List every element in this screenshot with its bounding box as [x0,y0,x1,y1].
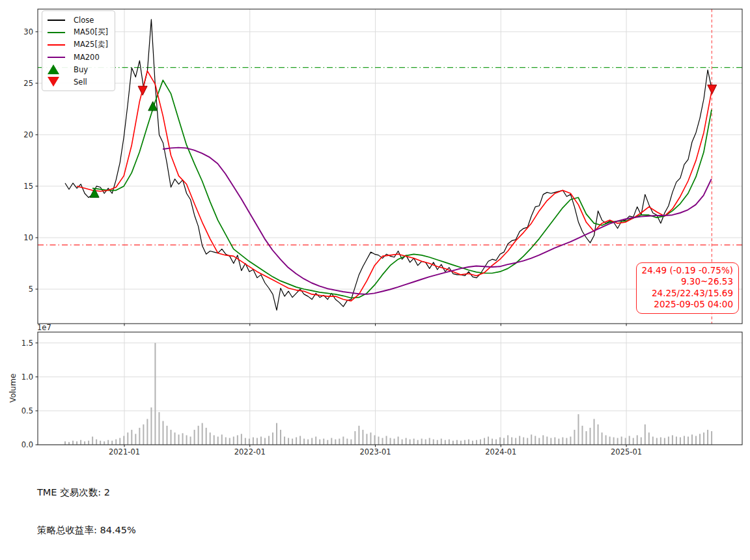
volume-bar [531,434,532,445]
volume-bar [425,440,426,445]
ma200-line-swatch [48,57,70,58]
legend-item-buy: Buy [48,63,108,76]
volume-bar [166,426,167,445]
volume-bar [495,440,497,445]
volume-bar [194,430,195,445]
volume-bar [464,440,465,445]
volume-bar [437,440,438,445]
volume-bar [652,436,654,445]
volume-bar [562,438,563,445]
volume-bar [688,436,689,445]
volume-bar [499,438,501,445]
volume-bar [645,425,646,445]
y-tick-label: 25 [23,79,33,88]
volume-bar [406,438,407,445]
legend-label-sell: Sell [74,77,87,87]
volume-bar [492,439,493,445]
volume-bar [456,440,458,445]
x-tick-label: 2025-01 [611,447,642,456]
volume-bar [342,436,344,445]
volume-scale-label: 1e7 [37,323,51,332]
volume-bar [268,436,270,445]
volume-bar [131,430,132,445]
volume-bar [488,436,489,445]
last-quote-annotation: 24.49 (-0.19 -0.75%) 9.30~26.53 24.25/22… [636,262,739,314]
volume-bar [358,426,359,445]
volume-bar [88,441,89,445]
legend-label-ma200: MA200 [74,53,100,62]
volume-bar [311,438,312,445]
x-tick-label: 2023-01 [360,447,391,456]
volume-bar [570,436,571,445]
y-tick-label: 30 [23,27,33,36]
volume-bar [691,434,693,445]
volume-bar [253,438,254,445]
stats-strategy-return: 策略总收益率: 84.45% [37,524,349,537]
volume-bar [146,419,148,445]
volume-bar [656,438,658,445]
volume-bar [378,436,380,445]
volume-bar [237,435,238,445]
volume-bar [374,435,375,445]
volume-bar [484,438,485,445]
volume-bar [668,436,669,445]
volume-bar [362,430,363,445]
volume-bar [598,425,599,445]
volume-bar [594,419,595,445]
volume-bar [64,441,66,445]
volume-bar [210,432,211,445]
legend-item-ma50: MA50[买] [48,26,108,38]
volume-bar [680,438,681,445]
volume-bar [233,436,234,445]
volume-bar [174,432,176,445]
volume-bar [542,435,544,445]
volume-bar [421,439,423,445]
volume-bar [433,440,434,445]
volume-bar [249,439,250,445]
volume-bar [621,436,622,445]
volume-bar [346,439,348,445]
volume-bar [162,421,163,445]
strategy-stats: TME 交易次数: 2 策略总收益率: 84.45% 长期持有收益: 71.74… [37,462,349,560]
volume-bar [413,439,415,445]
volume-bar [366,434,367,445]
volume-bar [617,438,618,445]
volume-bar [206,428,207,445]
volume-bar [703,432,704,445]
volume-bar [171,430,172,445]
volume-bar [319,440,320,445]
x-tick-label: 2024-01 [485,447,516,456]
volume-bar [660,438,661,445]
volume-bar [476,440,477,445]
legend: Close MA50[买] MA25[卖] MA200 Buy Sell [42,10,115,91]
volume-bar [613,438,615,445]
volume-bar [605,435,607,445]
volume-bar [354,431,355,445]
volume-bar [127,432,128,445]
ma50-line-swatch [48,32,70,33]
volume-bar [80,440,81,445]
x-tick-label: 2022-01 [234,447,266,456]
volume-bar [280,430,281,445]
volume-bar [315,436,316,445]
volume-bar [585,431,587,445]
volume-bar [225,438,227,445]
volume-bar [511,438,512,445]
volume-bar [538,438,540,445]
volume-bar [523,438,524,445]
volume-bar [441,439,442,445]
volume-bar [182,433,184,445]
volume-bar [648,432,650,445]
annotation-datetime: 2025-09-05 04:00 [642,299,733,310]
volume-bar [460,441,462,445]
legend-label-close: Close [74,16,94,25]
volume-bar [111,441,113,445]
volume-bar [257,438,258,445]
volume-bar [288,438,289,445]
volume-bar [202,423,203,445]
volume-y-tick-label: 1.5 [21,339,33,348]
annotation-range: 9.30~26.53 [642,276,733,287]
volume-bar [382,438,383,445]
stats-trade-count: TME 交易次数: 2 [37,486,349,499]
volume-bar [260,436,262,445]
